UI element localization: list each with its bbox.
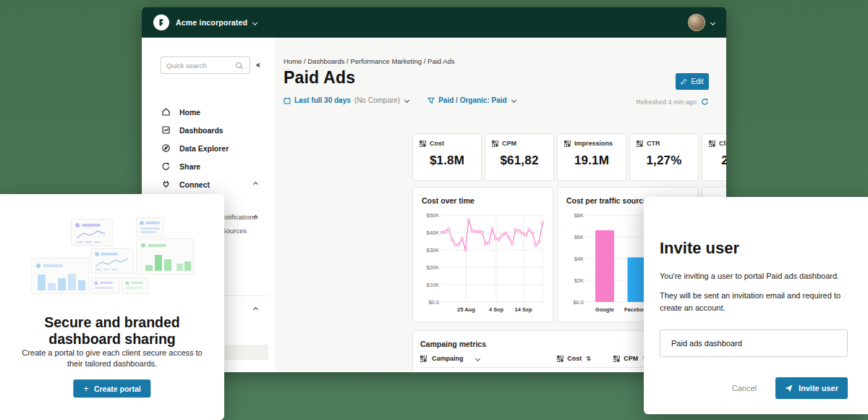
sort-icon: ⇅	[586, 356, 591, 362]
svg-text:$30K: $30K	[426, 247, 439, 253]
mini-bar-chart-green	[136, 238, 194, 274]
promo-heading: Secure and branded dashboard sharing	[25, 314, 199, 348]
workspace-name: Acme incorporated	[176, 18, 247, 27]
dialog-text-line2: They will be sent an invitation email an…	[660, 290, 856, 314]
cost-over-time-chart: $50K$40K$30K$20K$10K$0.025 Aug4 Sep14 Se…	[422, 211, 545, 316]
svg-text:$6K: $6K	[574, 234, 584, 240]
connect-collapse-chevron-icon[interactable]	[253, 182, 258, 187]
kpi-value: $1.8M	[420, 154, 475, 168]
refresh-icon[interactable]	[701, 98, 709, 106]
dashboards-icon	[161, 125, 171, 135]
mini-line-chart-purple	[71, 219, 113, 246]
svg-text:$10K: $10K	[426, 282, 439, 288]
plus-icon: +	[83, 384, 89, 393]
chevron-down-icon	[252, 20, 258, 25]
pencil-icon	[681, 78, 687, 85]
user-avatar[interactable]	[688, 14, 705, 31]
chevron-down-icon	[511, 98, 516, 103]
section-collapse-chevron-icon[interactable]	[253, 307, 258, 312]
kpi-value: 242K	[709, 154, 726, 168]
svg-text:$0.0: $0.0	[428, 299, 439, 306]
svg-text:$50K: $50K	[426, 212, 439, 219]
kpi-card-ctr: CTR 1,27%	[629, 133, 699, 181]
data-explorer-icon	[161, 143, 171, 153]
mini-line-chart-blue	[90, 248, 134, 274]
calendar-icon	[284, 97, 291, 104]
breadcrumb[interactable]: Home / Dashboards / Performance Marketin…	[284, 57, 455, 65]
refreshed-label: Refreshed 4 min ago	[636, 98, 697, 106]
promo-body: Create a portal to give each client secu…	[22, 348, 203, 370]
sidebar-item-data-explorer[interactable]: Data Explorer	[142, 139, 275, 157]
chart-card-cost-over-time: Cost over time $50K$40K$30K$20K$10K$0.02…	[412, 187, 553, 322]
column-header-campaign[interactable]: Campaing	[420, 355, 519, 362]
metric-icon	[709, 140, 715, 147]
svg-text:4 Sep: 4 Sep	[489, 306, 503, 313]
mini-card-blue	[136, 217, 164, 237]
chevron-down-icon	[475, 356, 480, 361]
portal-name-input[interactable]	[660, 329, 848, 357]
sidebar-item-connect[interactable]: Connect	[142, 175, 275, 193]
date-range-filter[interactable]: Last full 30 days (No Compare)	[284, 96, 409, 104]
segment-filter[interactable]: Paid / Organic: Paid	[427, 96, 515, 104]
kpi-card-cost: Cost $1.8M	[412, 133, 482, 181]
metric-icon	[637, 140, 643, 147]
edit-button[interactable]: Edit	[676, 73, 709, 90]
dialog-text-line1: You're inviting a user to portal Paid ad…	[660, 272, 861, 280]
dialog-title: Invite user	[660, 239, 739, 258]
connect-icon	[161, 180, 171, 189]
invite-user-dialog: Invite user You're inviting a user to po…	[644, 197, 868, 414]
sidebar-item-dashboards[interactable]: Dashboards	[142, 121, 275, 139]
metric-icon	[420, 356, 427, 362]
column-header-cost[interactable]: Cost⇅	[519, 355, 591, 362]
svg-text:14 Sep: 14 Sep	[514, 306, 532, 313]
column-header-cpm[interactable]: CPM⇅	[591, 355, 647, 362]
create-portal-button[interactable]: + Create portal	[73, 379, 150, 398]
metric-icon	[557, 356, 563, 362]
home-icon	[161, 107, 171, 117]
portal-promo-card: Secure and branded dashboard sharing Cre…	[0, 194, 224, 420]
kpi-card-clicks: Clicks 242K	[702, 133, 726, 181]
funnel-logo-icon	[153, 14, 169, 30]
quick-search[interactable]	[161, 56, 250, 74]
svg-text:$2K: $2K	[574, 277, 584, 284]
mini-card-green	[122, 277, 149, 294]
metric-icon	[420, 140, 426, 147]
metric-icon	[613, 356, 620, 362]
send-icon	[785, 385, 793, 392]
svg-text:25 Aug: 25 Aug	[457, 306, 475, 313]
filter-funnel-icon	[427, 97, 435, 104]
search-input[interactable]	[166, 62, 236, 70]
kpi-row: Cost $1.8M CPM $61,82 Impressions 19.1M …	[412, 133, 726, 181]
kpi-value: $61,82	[492, 154, 547, 168]
sidebar-item-home[interactable]: Home	[142, 103, 275, 121]
mini-bar-chart-light-blue	[31, 258, 89, 294]
share-icon	[161, 161, 171, 171]
svg-text:$8K: $8K	[574, 212, 584, 219]
app-header: Acme incorporated	[142, 7, 726, 38]
kpi-card-impressions: Impressions 19.1M	[557, 133, 626, 181]
svg-text:$4K: $4K	[574, 256, 584, 262]
kpi-card-cpm: CPM $61,82	[485, 133, 554, 181]
app-window: Acme incorporated Home Dashb	[142, 7, 726, 372]
svg-text:Google: Google	[595, 306, 614, 313]
search-icon	[236, 62, 242, 68]
dashboards-illustration	[0, 194, 224, 310]
invite-user-button[interactable]: Invite user	[775, 377, 848, 399]
page-title: Paid Ads	[284, 68, 355, 88]
svg-text:$0.0: $0.0	[573, 299, 584, 306]
chevron-down-icon	[404, 98, 409, 103]
mini-card-purple	[90, 277, 119, 294]
kpi-value: 1,27%	[637, 154, 692, 168]
svg-text:$20K: $20K	[426, 264, 439, 271]
metric-icon	[564, 140, 571, 147]
collapse-sidebar-icon[interactable]	[257, 64, 261, 67]
svg-text:$40K: $40K	[426, 230, 439, 236]
workspace-selector[interactable]: Acme incorporated	[176, 18, 257, 27]
metric-icon	[492, 140, 498, 147]
user-menu-chevron-icon[interactable]	[710, 20, 715, 25]
kpi-value: 19.1M	[564, 154, 619, 168]
cancel-button[interactable]: Cancel	[732, 384, 757, 392]
sidebar-item-share[interactable]: Share	[142, 157, 275, 175]
